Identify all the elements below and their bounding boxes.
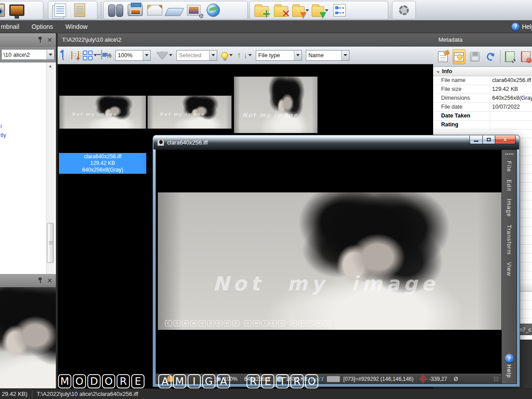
caption-letter: M [190,320,197,326]
highlight-button[interactable] [221,52,233,59]
delete-folder-button[interactable]: ✕ [273,2,289,19]
folder-combo[interactable]: \10 alice\2 [1,49,55,60]
help-icon: ? [512,23,520,31]
metadata-row[interactable]: Rating [433,121,532,129]
move-to-folder-button[interactable]: ▼ [312,2,329,19]
resize-grip[interactable] [493,376,499,382]
untag-icon [78,51,79,59]
tag-button[interactable] [71,51,72,59]
thumb-zoom-combo[interactable]: 100% [115,50,151,61]
label-filter-button[interactable] [101,51,102,59]
pin-icon[interactable] [38,37,43,43]
tree-scrollbar[interactable]: ▲ [46,63,54,274]
maximize-icon [487,138,491,141]
average-symbol: Ø [454,376,458,382]
close-button[interactable]: ✕ [495,136,516,144]
caption-letter: A [278,320,285,326]
clara-image: Not my image COMMODORE AMIGA RETRO [158,192,501,330]
minimize-button[interactable] [469,136,483,144]
viewer-help-label: Help [506,364,512,378]
overlay-letter: E [261,374,274,388]
metadata-row[interactable]: File size 129.42 KB [433,85,532,94]
combo-dropdown-button[interactable] [47,50,54,59]
settings-button[interactable] [396,2,412,19]
thumbnail-clara-1[interactable]: Not my image [59,95,146,129]
thumbnail-clara-2[interactable]: Not my image [147,95,232,129]
remove-metadata-button[interactable] [519,49,532,64]
metadata-row[interactable]: Date Taken [433,112,532,121]
viewer-help-button[interactable]: ? Help [502,354,516,378]
thumbnail-clara-3[interactable]: Not my image [234,76,318,133]
collapse-triangle-icon [436,70,439,73]
filter-button[interactable] [156,52,172,59]
viewer-menu-item[interactable]: Transform [506,225,512,255]
properties-button[interactable] [71,2,88,19]
scroll-up-icon[interactable]: ▲ [47,63,54,70]
selected-thumbnail-label[interactable]: clara640x256.iff 129.42 KB 640x256x8(Gra… [59,153,146,174]
viewer-menu-item[interactable]: Image [506,199,512,217]
help-button[interactable]: ? Help [512,20,532,33]
sort-field-combo[interactable]: File type [256,50,302,61]
selected-filter-combo[interactable]: Selected [176,50,217,61]
metadata-row[interactable]: File name clara640x256.iff [433,76,532,85]
gear-icon [399,5,409,15]
viewer-titlebar[interactable]: clara640x256.iff ✕ [153,136,519,149]
viewer-window[interactable]: clara640x256.iff ✕ Not my image COMMODOR… [153,135,520,387]
layout-toggle-button[interactable] [453,49,466,64]
overlay-letter: I [188,374,201,388]
metadata-row-label: Date Taken [433,112,490,120]
grid-view-icon [83,51,93,60]
web-button[interactable] [205,2,222,19]
combo-dropdown-button[interactable] [341,51,349,60]
view-mode-button[interactable] [83,51,97,60]
current-path: T:\A2022\july\10 alice\2 [62,36,121,43]
untag-button[interactable] [78,51,79,59]
pin-icon[interactable] [38,278,43,283]
close-panel-icon[interactable]: ✕ [47,278,52,284]
folder-tree[interactable]: i tly ▲ [0,63,56,274]
tree-item-fragment[interactable]: tly [0,132,6,138]
refresh-metadata-button[interactable] [484,49,497,64]
print-button[interactable] [127,2,144,19]
close-panel-icon[interactable]: ✕ [47,37,52,43]
combo-dropdown-button[interactable] [209,51,217,60]
metadata-section-info[interactable]: Info [433,67,532,76]
save-metadata-button[interactable] [469,49,481,64]
overlay-letter: O [305,374,318,388]
mail-button[interactable] [146,2,163,19]
tag-icon [71,51,72,59]
viewer-menu-item[interactable]: View [506,262,512,276]
viewer-button[interactable] [0,2,6,19]
sort-button[interactable] [237,51,252,60]
exif-tool-button[interactable] [504,49,516,64]
sort-name-combo[interactable]: Name [306,50,349,61]
copy-button[interactable] [52,2,69,19]
metadata-row[interactable]: File date 10/07/2022 [433,103,532,112]
create-folder-button[interactable]: + [253,2,270,19]
batch-checklist-button[interactable] [331,2,348,19]
combo-dropdown-button[interactable] [294,51,301,60]
batch-convert-button[interactable] [185,2,202,19]
viewer-menu-item[interactable]: Edit [506,180,512,191]
overlay-letter: E [131,374,145,388]
copy-to-folder-button[interactable]: ▼ [292,2,309,19]
viewer-menu-item[interactable]: File [506,161,512,172]
help-label: Help [522,23,532,30]
slideshow-button[interactable] [8,2,25,19]
scrollbar-thumb[interactable] [47,223,54,263]
metadata-row[interactable]: Dimensions 640x256x8(Gray) [433,94,532,103]
browse-button[interactable] [107,2,124,19]
combo-dropdown-button[interactable] [143,51,150,60]
edit-metadata-button[interactable] [437,49,450,64]
menu-window[interactable]: Window [59,20,94,33]
caption-letter: R [290,320,297,326]
menu-options[interactable]: Options [25,20,59,33]
tree-item-fragment[interactable]: i [0,123,2,129]
acquire-button[interactable] [166,2,183,19]
folder-combo-row: \10 alice\2 [0,47,56,63]
menu-thumbnail[interactable]: mbnail [0,20,25,33]
menu-grip-icon[interactable] [505,153,513,155]
viewer-canvas[interactable]: Not my image COMMODORE AMIGA RETRO 100% … [156,150,501,383]
refresh-button[interactable] [62,51,65,59]
maximize-button[interactable] [483,136,495,144]
